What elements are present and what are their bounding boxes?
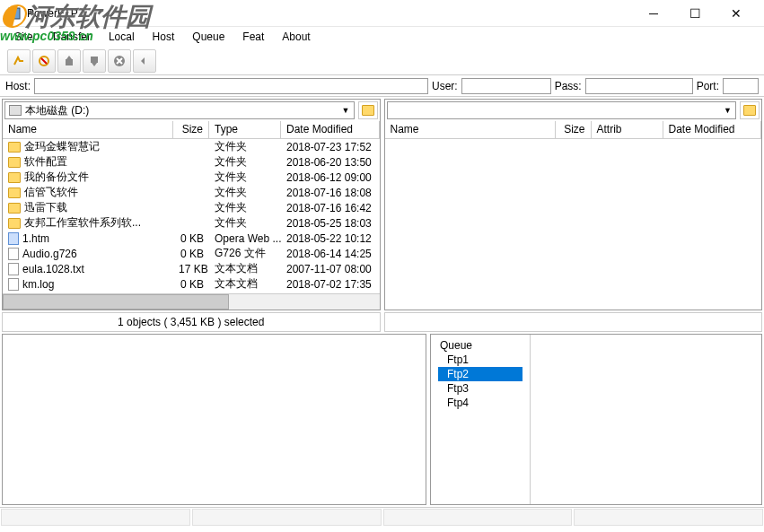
user-label: User: — [432, 80, 458, 92]
col-name[interactable]: Name — [3, 121, 173, 138]
list-item[interactable]: 迅雷下载文件夹2018-07-16 16:42 — [3, 200, 380, 215]
disconnect-icon[interactable] — [32, 49, 56, 73]
remote-file-list[interactable] — [385, 139, 762, 310]
pass-input[interactable] — [585, 78, 693, 94]
folder-icon — [8, 188, 21, 198]
queue-item[interactable]: Ftp3 — [438, 381, 523, 396]
folder-icon — [8, 172, 21, 183]
menu-host[interactable]: Host — [145, 29, 182, 45]
list-item[interactable]: eula.1028.txt17 KB文本文档2007-11-07 08:00 — [3, 261, 380, 276]
queue-detail[interactable] — [530, 335, 761, 504]
local-status: 1 objects ( 3,451 KB ) selected — [2, 312, 381, 332]
menu-feat[interactable]: Feat — [235, 29, 271, 45]
list-item[interactable]: Audio.g7260 KBG726 文件2018-06-14 14:25 — [3, 246, 380, 261]
status-footer — [0, 507, 764, 527]
status-cell — [1, 509, 190, 526]
folder-icon — [8, 142, 21, 153]
menu-site[interactable]: Site — [7, 29, 40, 45]
remote-status — [384, 312, 763, 332]
col-date[interactable]: Date Modified — [663, 121, 762, 138]
status-cell — [574, 509, 763, 526]
col-attrib[interactable]: Attrib — [592, 121, 663, 138]
list-item[interactable]: 我的备份文件文件夹2018-06-12 09:00 — [3, 170, 380, 185]
toolbar — [0, 47, 764, 75]
local-hscroll[interactable] — [3, 293, 380, 310]
local-panel: 本地磁盘 (D:) Name Size Type Date Modified 金… — [2, 99, 381, 310]
local-path-dropdown[interactable]: 本地磁盘 (D:) — [4, 101, 355, 119]
svg-rect-2 — [66, 59, 73, 65]
file-icon — [8, 263, 19, 275]
menu-local[interactable]: Local — [101, 29, 142, 45]
list-item[interactable]: 信管飞软件文件夹2018-07-16 18:08 — [3, 185, 380, 200]
folder-icon — [8, 203, 21, 214]
col-name[interactable]: Name — [385, 121, 556, 138]
refresh-icon[interactable] — [133, 49, 156, 73]
list-item[interactable]: km.log0 KB文本文档2018-07-02 17:35 — [3, 276, 380, 292]
menu-about[interactable]: About — [275, 29, 317, 45]
local-list-header: Name Size Type Date Modified — [3, 121, 380, 139]
list-item[interactable]: 友邦工作室软件系列软...文件夹2018-05-25 18:03 — [3, 215, 380, 231]
remote-list-header: Name Size Attrib Date Modified — [385, 121, 762, 139]
remote-path-dropdown[interactable] — [387, 101, 737, 119]
connection-bar: Host: User: Pass: Port: — [0, 75, 764, 97]
close-button[interactable]: ✕ — [716, 0, 757, 27]
queue-panel: QueueFtp1Ftp2Ftp3Ftp4 — [430, 334, 762, 505]
queue-item[interactable]: Ftp1 — [438, 353, 523, 367]
svg-rect-3 — [91, 57, 98, 63]
folder-icon — [8, 157, 21, 168]
menu-transfer[interactable]: Transfer — [44, 29, 98, 45]
titlebar-text: PowerFTP — [27, 7, 633, 20]
titlebar: PowerFTP ─ ☐ ✕ — [0, 0, 764, 27]
user-input[interactable] — [461, 78, 551, 94]
file-icon — [8, 232, 19, 245]
upload-icon[interactable] — [57, 49, 81, 73]
col-type[interactable]: Type — [209, 121, 281, 138]
list-item[interactable]: 软件配置文件夹2018-06-20 13:50 — [3, 154, 380, 170]
col-size[interactable]: Size — [173, 121, 209, 138]
port-label: Port: — [697, 80, 719, 92]
status-cell — [383, 509, 573, 526]
remote-folder-up-icon[interactable] — [740, 101, 760, 119]
svg-rect-0 — [9, 8, 20, 19]
folder-icon — [8, 218, 21, 229]
menu-queue[interactable]: Queue — [185, 29, 232, 45]
queue-item[interactable]: Ftp4 — [438, 396, 523, 410]
host-input[interactable] — [34, 78, 428, 94]
app-icon — [7, 6, 22, 21]
list-item[interactable]: 1.htm0 KBOpera Web ...2018-05-22 10:12 — [3, 231, 380, 246]
maximize-button[interactable]: ☐ — [674, 0, 716, 27]
status-cell — [192, 509, 382, 526]
queue-tree[interactable]: QueueFtp1Ftp2Ftp3Ftp4 — [431, 335, 530, 504]
host-label: Host: — [5, 80, 31, 92]
remote-panel: Name Size Attrib Date Modified — [384, 99, 763, 310]
port-input[interactable] — [723, 78, 759, 94]
local-file-list[interactable]: 金玛金蝶智慧记文件夹2018-07-23 17:52软件配置文件夹2018-06… — [3, 139, 380, 293]
minimize-button[interactable]: ─ — [633, 0, 674, 27]
list-item[interactable]: 金玛金蝶智慧记文件夹2018-07-23 17:52 — [3, 139, 380, 154]
pass-label: Pass: — [555, 80, 582, 92]
file-icon — [8, 248, 19, 260]
file-icon — [8, 278, 19, 291]
local-folder-up-icon[interactable] — [358, 101, 378, 119]
queue-root[interactable]: Queue — [438, 338, 523, 353]
menubar: Site Transfer Local Host Queue Feat Abou… — [0, 27, 764, 47]
stop-icon[interactable] — [108, 49, 131, 73]
queue-item[interactable]: Ftp2 — [438, 367, 523, 381]
col-size[interactable]: Size — [556, 121, 592, 138]
log-panel[interactable] — [2, 334, 426, 505]
connect-icon[interactable] — [7, 49, 31, 73]
drive-icon — [9, 105, 22, 116]
col-date[interactable]: Date Modified — [281, 121, 380, 138]
download-icon[interactable] — [83, 49, 106, 73]
